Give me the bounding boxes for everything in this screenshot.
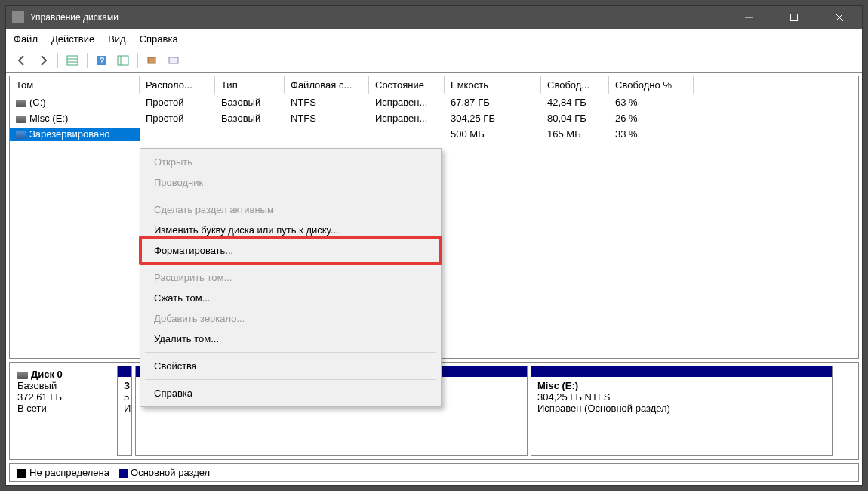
- context-menu-item: Расширить том...: [140, 267, 441, 288]
- svg-rect-12: [169, 57, 178, 63]
- context-menu-item: Открыть: [140, 152, 441, 172]
- column-capacity[interactable]: Емкость: [445, 76, 541, 94]
- app-icon: [12, 11, 24, 23]
- volume-icon: [16, 116, 26, 123]
- context-menu: ОткрытьПроводникСделать раздел активнымИ…: [140, 148, 442, 407]
- volume-row[interactable]: (C:)ПростойБазовыйNTFSИсправен...67,87 Г…: [10, 94, 858, 110]
- refresh-icon[interactable]: [144, 52, 161, 69]
- details-view-icon[interactable]: [64, 52, 81, 69]
- column-volume[interactable]: Том: [10, 76, 140, 94]
- titlebar: Управление дисками: [6, 6, 862, 29]
- context-menu-item[interactable]: Изменить букву диска или путь к диску...: [140, 220, 441, 240]
- svg-rect-4: [67, 56, 78, 65]
- svg-rect-11: [148, 57, 155, 63]
- context-menu-item[interactable]: Сжать том...: [140, 288, 441, 308]
- disk-type: Базовый: [17, 380, 107, 391]
- context-menu-separator: [145, 352, 436, 353]
- menubar: Файл Действие Вид Справка: [6, 29, 862, 49]
- partition-status: И: [124, 403, 125, 414]
- disk-status: В сети: [17, 403, 107, 414]
- partition-name: З: [124, 380, 125, 391]
- minimize-button[interactable]: [732, 6, 765, 29]
- legend-primary-swatch: [119, 469, 128, 478]
- partition-stripe: [118, 366, 131, 377]
- context-menu-separator: [145, 196, 436, 196]
- close-button[interactable]: [823, 6, 856, 29]
- toolbar-separator: [57, 53, 58, 68]
- column-fs[interactable]: Файловая с...: [285, 76, 369, 94]
- window-controls: [732, 6, 856, 29]
- context-menu-separator: [145, 379, 436, 380]
- menu-view[interactable]: Вид: [108, 33, 126, 45]
- partition-name: Misc (E:): [537, 380, 826, 391]
- disk-name: Диск 0: [31, 369, 63, 380]
- legend-unallocated: Не распределена: [17, 467, 109, 478]
- legend-unallocated-swatch: [17, 469, 26, 478]
- menu-action[interactable]: Действие: [51, 33, 94, 45]
- legend: Не распределена Основной раздел: [9, 463, 859, 482]
- column-type[interactable]: Тип: [215, 76, 285, 94]
- context-menu-item[interactable]: Удалить том...: [140, 329, 441, 349]
- context-menu-item: Сделать раздел активным: [140, 199, 441, 220]
- svg-text:?: ?: [100, 56, 105, 65]
- context-menu-item: Добавить зеркало...: [140, 308, 441, 329]
- svg-rect-9: [118, 56, 128, 65]
- forward-button[interactable]: [35, 52, 51, 69]
- column-layout[interactable]: Располо...: [140, 76, 215, 94]
- disk-icon: [17, 372, 28, 379]
- menu-file[interactable]: Файл: [14, 33, 38, 45]
- partition-info: 5: [124, 391, 125, 403]
- window-title: Управление дисками: [30, 12, 732, 23]
- help-icon[interactable]: ?: [94, 52, 110, 69]
- back-button[interactable]: [14, 52, 30, 69]
- toolbar-separator: [137, 53, 138, 68]
- partition-stripe: [531, 366, 832, 377]
- toolbar-separator: [87, 53, 88, 68]
- partition-status: Исправен (Основной раздел): [537, 403, 826, 414]
- context-menu-item[interactable]: Свойства: [140, 356, 441, 376]
- volume-list-header: Том Располо... Тип Файловая с... Состоян…: [10, 76, 858, 94]
- toolbar: ?: [6, 49, 862, 73]
- context-menu-separator: [145, 264, 436, 264]
- list-view-icon[interactable]: [115, 52, 131, 69]
- volume-row[interactable]: Misc (E:)ПростойБазовыйNTFSИсправен...30…: [10, 110, 858, 126]
- context-menu-item[interactable]: Форматировать...: [140, 240, 441, 261]
- partition-info: 304,25 ГБ NTFS: [537, 391, 826, 403]
- properties-icon[interactable]: [165, 52, 182, 69]
- disk-label[interactable]: Диск 0 Базовый 372,61 ГБ В сети: [10, 363, 115, 459]
- partition[interactable]: З5И: [117, 366, 132, 456]
- svg-rect-1: [791, 14, 798, 21]
- column-pct[interactable]: Свободно %: [609, 76, 694, 94]
- partition[interactable]: Misc (E:)304,25 ГБ NTFSИсправен (Основно…: [531, 366, 833, 456]
- maximize-button[interactable]: [777, 6, 811, 29]
- disk-size: 372,61 ГБ: [17, 391, 107, 403]
- volume-row[interactable]: Зарезервировано500 МБ165 МБ33 %: [10, 126, 858, 142]
- context-menu-item[interactable]: Справка: [140, 383, 441, 403]
- volume-icon: [16, 100, 26, 107]
- context-menu-item: Проводник: [140, 172, 441, 193]
- legend-primary: Основной раздел: [119, 467, 210, 478]
- column-status[interactable]: Состояние: [369, 76, 445, 94]
- menu-help[interactable]: Справка: [140, 33, 178, 45]
- volume-icon: [16, 131, 26, 139]
- column-free[interactable]: Свобод...: [541, 76, 609, 94]
